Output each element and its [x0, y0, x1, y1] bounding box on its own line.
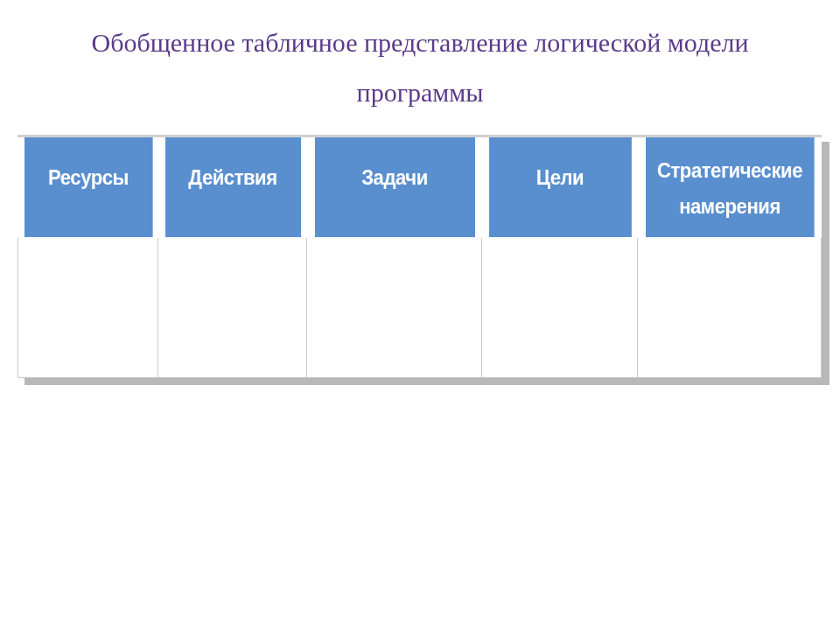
- page-title: Обобщенное табличное представление логич…: [0, 0, 840, 126]
- cell-goals: [482, 237, 638, 377]
- col-header-actions: Действия: [164, 136, 300, 238]
- col-header-strategic: Стратегические намерения: [645, 136, 814, 238]
- table-header-row: Ресурсы Действия Задачи Цели Стратегичес…: [18, 136, 822, 238]
- cell-actions: [158, 237, 307, 377]
- table-container: Ресурсы Действия Задачи Цели Стратегичес…: [18, 135, 822, 378]
- col-header-tasks: Задачи: [314, 136, 475, 238]
- table-row: [18, 237, 822, 377]
- cell-tasks: [307, 237, 482, 377]
- col-header-goals: Цели: [488, 136, 632, 238]
- col-header-resources: Ресурсы: [24, 136, 152, 238]
- cell-resources: [18, 237, 158, 377]
- logic-model-table: Ресурсы Действия Задачи Цели Стратегичес…: [18, 135, 822, 378]
- cell-strategic: [638, 237, 822, 377]
